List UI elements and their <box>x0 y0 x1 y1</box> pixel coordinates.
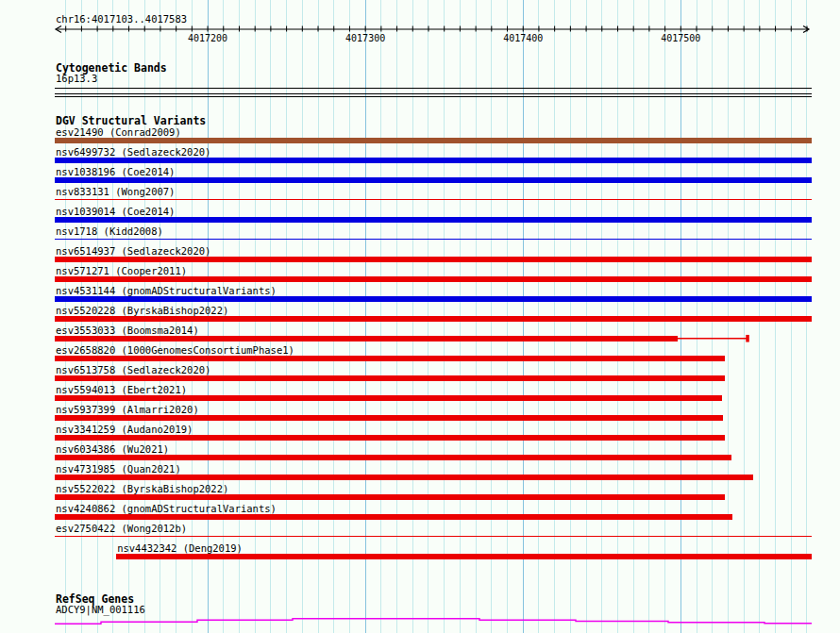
variant-bar-nsv6513758[interactable] <box>55 375 725 382</box>
variant-whisker-cap-esv3553033 <box>746 335 749 342</box>
genome-browser-view: chr16:4017103..4017583 40172004017300401… <box>0 0 840 633</box>
variant-label-nsv6514937: nsv6514937 (Sedlazeck2020) <box>56 246 210 257</box>
variant-label-nsv6513758: nsv6513758 (Sedlazeck2020) <box>56 365 210 375</box>
variant-label-nsv833131: nsv833131 (Wong2007) <box>56 187 175 197</box>
variant-bar-esv3553033[interactable] <box>55 336 678 342</box>
variant-label-nsv4240862: nsv4240862 (gnomADStructuralVariants) <box>56 504 277 514</box>
variant-bar-nsv4240862[interactable] <box>55 514 732 521</box>
variant-bar-nsv1718[interactable] <box>55 239 812 240</box>
variant-label-nsv3341259: nsv3341259 (Audano2019) <box>56 425 193 435</box>
variant-label-nsv4432342: nsv4432342 (Deng2019) <box>117 543 243 554</box>
variant-label-esv2658820: esv2658820 (1000GenomesConsortiumPhase1) <box>56 345 294 356</box>
cytoband-rect-bottom-line <box>55 96 812 97</box>
variant-label-nsv1718: nsv1718 (Kidd2008) <box>56 226 163 237</box>
variant-label-nsv5594013: nsv5594013 (Ebert2021) <box>56 385 187 395</box>
refseq-gene-label: ADCY9|NM_001116 <box>56 605 145 615</box>
variant-label-nsv4531144: nsv4531144 (gnomADStructuralVariants) <box>56 286 277 296</box>
variant-label-nsv5522022: nsv5522022 (ByrskaBishop2022) <box>56 484 228 494</box>
variant-label-esv21490: esv21490 (Conrad2009) <box>56 127 181 138</box>
variant-label-nsv5937399: nsv5937399 (Almarri2020) <box>56 405 199 415</box>
variant-bar-nsv5594013[interactable] <box>55 395 722 402</box>
region-label: chr16:4017103..4017583 <box>56 14 187 25</box>
variant-bar-nsv5937399[interactable] <box>55 415 723 422</box>
axis-tick-label: 4017300 <box>328 33 403 43</box>
variant-bar-nsv6499732[interactable] <box>55 158 812 164</box>
axis-tick-label: 4017400 <box>485 33 561 43</box>
variant-bar-nsv1038196[interactable] <box>55 177 812 184</box>
variant-label-esv2750422: esv2750422 (Wong2012b) <box>56 524 187 534</box>
variant-bar-nsv6034386[interactable] <box>55 455 731 461</box>
cytoband-rect-top-line <box>55 93 812 94</box>
variant-bar-nsv5522022[interactable] <box>55 494 725 501</box>
variant-bar-nsv571271[interactable] <box>55 276 812 283</box>
refseq-gene-line <box>55 619 812 625</box>
variant-label-nsv571271: nsv571271 (Cooper2011) <box>56 266 187 276</box>
variant-bar-nsv4731985[interactable] <box>55 475 753 481</box>
variant-bar-esv21490[interactable] <box>55 138 812 144</box>
variant-label-nsv6499732: nsv6499732 (Sedlazeck2020) <box>56 147 210 158</box>
ruler-left-arrow-icon <box>56 26 61 33</box>
variant-bar-nsv5520228[interactable] <box>55 316 812 323</box>
axis-tick-label: 4017500 <box>643 33 718 43</box>
variant-label-nsv6034386: nsv6034386 (Wu2021) <box>56 444 169 455</box>
variant-bar-nsv4432342[interactable] <box>116 554 812 560</box>
cytoband-label: 16p13.3 <box>56 74 97 84</box>
dgv-track-title: DGV Structural Variants <box>56 115 206 126</box>
variant-label-esv3553033: esv3553033 (Boomsma2014) <box>56 325 199 336</box>
variant-label-nsv1039014: nsv1039014 (Coe2014) <box>56 207 175 217</box>
variant-bar-nsv833131[interactable] <box>55 199 812 200</box>
variant-bar-nsv3341259[interactable] <box>55 435 725 441</box>
variant-bar-esv2750422[interactable] <box>55 536 812 537</box>
variant-bar-nsv1039014[interactable] <box>55 217 812 224</box>
variant-label-nsv1038196: nsv1038196 (Coe2014) <box>56 167 175 177</box>
axis-tick-label: 4017200 <box>170 33 245 43</box>
variant-label-nsv5520228: nsv5520228 (ByrskaBishop2022) <box>56 306 228 316</box>
cytoband-track-line <box>55 88 812 89</box>
variant-bar-nsv4531144[interactable] <box>55 296 812 303</box>
variant-bar-esv2658820[interactable] <box>55 356 725 362</box>
variant-label-nsv4731985: nsv4731985 (Quan2021) <box>56 464 181 475</box>
variant-bar-nsv6514937[interactable] <box>55 257 812 263</box>
